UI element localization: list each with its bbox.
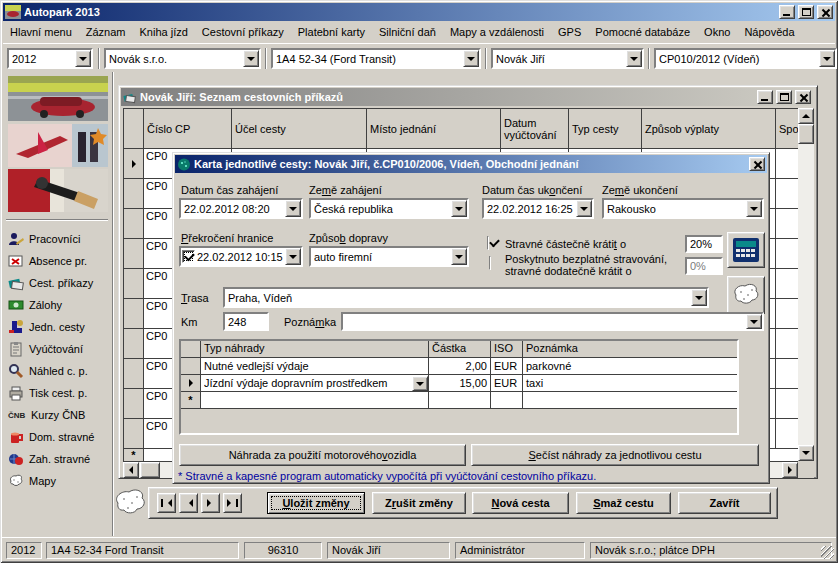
menu-platebni-karty[interactable]: Platební karty [291, 24, 372, 40]
chevron-down-icon[interactable] [691, 289, 707, 306]
menu-pomocne-databaze[interactable]: Pomocné databáze [588, 24, 697, 40]
cancel-changes-button[interactable]: Zrušit změny [372, 492, 466, 514]
expense-type-cell[interactable]: Nutné vedlejší výdaje [201, 358, 429, 375]
menu-mapy-a-vzdalenosti[interactable]: Mapy a vzdálenosti [443, 24, 551, 40]
new-trip-button[interactable]: Nová cesta [472, 492, 569, 514]
menu-cestovni-prikazy[interactable]: Cestovní příkazy [195, 24, 291, 40]
menu-kniha-jizd[interactable]: Kniha jízd [133, 24, 195, 40]
window-minimize-icon[interactable] [757, 90, 773, 104]
sum-trip-button[interactable]: Sečíst náhrady za jednotlivou cestu [471, 444, 759, 466]
chevron-down-icon[interactable] [626, 50, 642, 67]
expense-type-cell[interactable]: Jízdní výdaje dopravním prostředkem [201, 375, 429, 392]
resize-grip[interactable] [821, 546, 834, 559]
chevron-down-icon[interactable] [285, 200, 301, 217]
meal-partial-checkbox[interactable] [487, 236, 489, 250]
menu-napoveda[interactable]: Nápověda [737, 24, 801, 40]
app-close-icon[interactable] [817, 5, 833, 19]
menu-zaznam[interactable]: Záznam [79, 24, 133, 40]
sidebar-item-dom-stravne[interactable]: Dom. stravné [8, 428, 94, 446]
sidebar-item-mapy[interactable]: Mapy [8, 472, 56, 490]
dialog-close-icon[interactable] [749, 157, 765, 171]
close-button[interactable]: Zavřít [678, 492, 771, 514]
menu-hlavni-menu[interactable]: Hlavní menu [3, 24, 79, 40]
meal-free-checkbox[interactable] [489, 256, 491, 270]
chevron-down-icon[interactable] [451, 200, 467, 217]
year-combobox[interactable]: 2012 [7, 48, 93, 69]
chevron-down-icon[interactable] [576, 200, 592, 217]
transport-mode-value: auto firemní [314, 251, 449, 263]
meal-partial-label: Stravné částečně krátit o [505, 238, 626, 250]
map-button[interactable] [727, 276, 765, 314]
km-input[interactable]: 248 [223, 312, 269, 331]
scroll-down-icon[interactable] [798, 445, 814, 461]
sidebar-item-nahled[interactable]: Náhled c. p. [8, 362, 88, 380]
save-changes-button[interactable]: Uložit změny [267, 492, 365, 514]
meal-free-percent-input[interactable]: 0% [685, 257, 723, 275]
last-record-icon[interactable] [223, 493, 242, 513]
end-country-combobox[interactable]: Rakousko [602, 198, 764, 219]
border-crossing-combobox[interactable]: 22.02.2012 10:15 [179, 246, 303, 267]
sidebar-item-tisk[interactable]: Tisk cest. p. [8, 384, 87, 402]
company-combobox[interactable]: Novák s.r.o. [104, 48, 261, 69]
window-close-icon[interactable] [795, 90, 811, 104]
sidebar-item-vyuctovani[interactable]: Vyúčtování [8, 340, 83, 358]
toolbar-separator [265, 48, 267, 69]
start-country-combobox[interactable]: Česká republika [309, 198, 469, 219]
sidebar-item-kurzy-cnb[interactable]: ČNB Kurzy ČNB [8, 406, 85, 424]
chevron-down-icon[interactable] [451, 248, 467, 265]
vehicle-combobox[interactable]: 1A4 52-34 (Ford Transit) [271, 48, 481, 69]
dialog-globe-icon [177, 158, 191, 171]
chevron-down-icon[interactable] [243, 50, 259, 67]
next-record-icon[interactable] [201, 493, 220, 513]
sidebar-item-jedn-cesty[interactable]: Jedn. cesty [8, 318, 85, 336]
border-crossing-checkbox[interactable] [182, 250, 195, 263]
sidebar-item-absence[interactable]: Absence pr. [8, 252, 87, 270]
vehicle-compensation-button[interactable]: Náhrada za použití motorového vozidla [179, 444, 466, 466]
route-combobox[interactable]: Praha, Vídeň [223, 287, 709, 308]
delete-trip-button[interactable]: Smaž cestu [576, 492, 671, 514]
app-maximize-icon[interactable] [798, 5, 814, 19]
vertical-scroll-thumb[interactable] [798, 124, 814, 144]
chevron-down-icon[interactable] [463, 50, 479, 67]
menu-silnicni-dan[interactable]: Silniční daň [372, 24, 443, 40]
expense-iso-cell[interactable]: EUR [491, 375, 523, 392]
scroll-left-icon[interactable] [123, 462, 139, 478]
person-combobox[interactable]: Novák Jiří [491, 48, 644, 69]
sidebar-item-zah-stravne[interactable]: Zah. stravné [8, 450, 90, 468]
expense-amount-cell[interactable]: 15,00 [429, 375, 491, 392]
chevron-down-icon[interactable] [746, 200, 762, 217]
chevron-down-icon[interactable] [412, 376, 428, 391]
expense-note-cell[interactable]: taxi [523, 375, 737, 392]
sidebar-item-cest-prikazy[interactable]: Cest. příkazy [8, 274, 93, 292]
expenses-new-row-marker[interactable]: * [181, 392, 201, 409]
sidebar-item-pracovnici[interactable]: Pracovníci [8, 230, 80, 248]
expense-note-cell[interactable]: parkovné [523, 358, 737, 375]
horizontal-scroll-thumb[interactable] [140, 462, 160, 478]
transport-mode-combobox[interactable]: auto firemní [309, 246, 469, 267]
chevron-down-icon[interactable] [746, 314, 762, 329]
expense-amount-cell[interactable]: 2,00 [429, 358, 491, 375]
window-maximize-icon[interactable] [776, 90, 792, 104]
first-record-icon[interactable] [157, 493, 176, 513]
chevron-down-icon[interactable] [285, 248, 301, 265]
chevron-down-icon[interactable] [819, 50, 835, 67]
trip-order-combobox[interactable]: CP010/2012 (Vídeň) [654, 48, 837, 69]
scroll-right-icon[interactable] [782, 462, 798, 478]
vertical-scrollbar[interactable] [798, 108, 814, 461]
meal-partial-percent-input[interactable]: 20% [685, 235, 723, 253]
expenses-row-selector[interactable] [181, 358, 201, 375]
menu-gps[interactable]: GPS [551, 24, 588, 40]
end-datetime-combobox[interactable]: 22.02.2012 16:25 [482, 198, 594, 219]
chevron-down-icon[interactable] [75, 50, 91, 67]
menu-okno[interactable]: Okno [697, 24, 737, 40]
note-combobox[interactable] [341, 312, 764, 331]
calculator-button[interactable] [727, 232, 765, 268]
expense-iso-cell[interactable]: EUR [491, 358, 523, 375]
app-minimize-icon[interactable] [779, 5, 795, 19]
start-datetime-combobox[interactable]: 22.02.2012 08:20 [179, 198, 303, 219]
column-header-datum-vyuctovani: Datum vyúčtování [501, 109, 569, 148]
scroll-up-icon[interactable] [798, 108, 814, 124]
previous-record-icon[interactable] [179, 493, 198, 513]
expenses-current-row-icon[interactable] [181, 375, 201, 392]
sidebar-item-zalohy[interactable]: Zálohy [8, 296, 62, 314]
